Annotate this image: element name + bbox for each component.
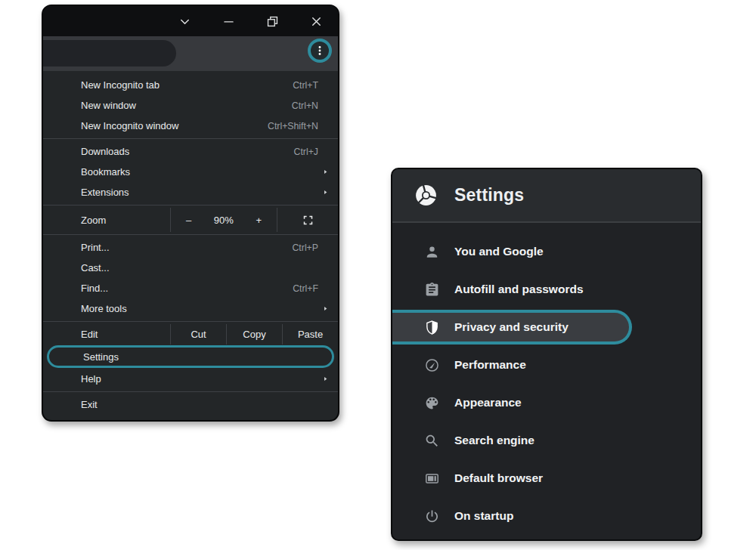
browser-toolbar xyxy=(43,36,338,71)
menu-item-label: New Incognito tab xyxy=(81,79,160,91)
menu-item-label: Downloads xyxy=(81,146,129,157)
sidebar-item-label: Appearance xyxy=(454,396,522,409)
menu-item-label: Print... xyxy=(81,242,110,253)
palette-icon xyxy=(424,395,440,411)
menu-item-label: New Incognito window xyxy=(81,120,178,131)
sidebar-item-search-engine[interactable]: Search engine xyxy=(392,422,701,459)
menu-item-label: Exit xyxy=(81,399,98,410)
shortcut-label: Ctrl+J xyxy=(294,147,318,157)
menu-item-label: Cast... xyxy=(81,262,110,273)
menu-item-new-incognito-tab[interactable]: New Incognito tabCtrl+T xyxy=(43,75,338,95)
zoom-in-button[interactable]: + xyxy=(256,215,262,226)
sidebar-item-privacy-and-security[interactable]: Privacy and security xyxy=(392,310,632,345)
menu-item-label: More tools xyxy=(81,303,127,314)
window-titlebar xyxy=(43,6,338,36)
chevron-down-icon xyxy=(178,14,192,29)
menu-item-edit: EditCutCopyPaste xyxy=(43,324,338,345)
speedometer-icon xyxy=(424,357,440,373)
kebab-menu-icon xyxy=(313,44,327,57)
menu-item-label: Bookmarks xyxy=(81,166,130,178)
menu-item-zoom: Zoom–90%+ xyxy=(43,208,338,232)
chrome-logo-icon xyxy=(414,183,438,208)
close-icon xyxy=(309,14,324,29)
menu-item-label: New window xyxy=(81,100,136,111)
menu-item-find[interactable]: Find...Ctrl+F xyxy=(43,278,338,298)
page-title: Settings xyxy=(454,185,524,205)
menu-group: EditCutCopyPasteSettingsHelp xyxy=(43,322,338,391)
sidebar-item-label: Search engine xyxy=(454,434,534,447)
shield-icon xyxy=(424,320,440,335)
browser-window-icon xyxy=(424,471,440,487)
menu-group: Exit xyxy=(43,392,338,417)
menu-item-label: Settings xyxy=(83,351,119,363)
sidebar-item-label: Privacy and security xyxy=(454,320,569,334)
menu-item-cast[interactable]: Cast... xyxy=(43,258,338,278)
paste-button[interactable]: Paste xyxy=(282,324,338,345)
menu-item-exit[interactable]: Exit xyxy=(43,394,338,415)
sidebar-item-autofill-and-passwords[interactable]: Autofill and passwords xyxy=(392,270,701,308)
menu-group: Print...Ctrl+PCast...Find...Ctrl+FMore t… xyxy=(43,235,338,321)
tab-search-button[interactable] xyxy=(163,6,206,36)
sidebar-item-label: Autofill and passwords xyxy=(454,283,584,296)
browser-dropdown-menu: New Incognito tabCtrl+TNew windowCtrl+NN… xyxy=(43,71,338,419)
submenu-arrow-icon xyxy=(322,189,329,196)
zoom-label: Zoom xyxy=(43,208,170,232)
sidebar-item-performance[interactable]: Performance xyxy=(392,346,701,384)
sidebar-item-on-startup[interactable]: On startup xyxy=(392,497,701,535)
settings-panel: Settings You and GoogleAutofill and pass… xyxy=(391,168,702,541)
submenu-arrow-icon xyxy=(322,375,329,382)
menu-item-print[interactable]: Print...Ctrl+P xyxy=(43,237,338,258)
menu-item-more-tools[interactable]: More tools xyxy=(43,298,338,319)
sidebar-item-appearance[interactable]: Appearance xyxy=(392,384,701,422)
menu-group: DownloadsCtrl+JBookmarksExtensions xyxy=(43,139,338,205)
more-menu-button[interactable] xyxy=(308,39,332,63)
menu-item-downloads[interactable]: DownloadsCtrl+J xyxy=(43,141,338,162)
cut-button[interactable]: Cut xyxy=(170,324,226,345)
submenu-arrow-icon xyxy=(322,305,329,312)
minimize-icon xyxy=(222,14,236,29)
clipboard-icon xyxy=(424,282,440,298)
menu-item-label: Help xyxy=(81,373,101,385)
address-bar[interactable] xyxy=(43,40,176,66)
copy-button[interactable]: Copy xyxy=(226,324,282,345)
shortcut-label: Ctrl+F xyxy=(293,283,318,294)
menu-item-new-incognito-window[interactable]: New Incognito windowCtrl+Shift+N xyxy=(43,116,338,136)
settings-nav: You and GoogleAutofill and passwordsPriv… xyxy=(392,223,701,535)
minimize-button[interactable] xyxy=(206,6,250,36)
menu-item-bookmarks[interactable]: Bookmarks xyxy=(43,162,338,182)
browser-menu-window: New Incognito tabCtrl+TNew windowCtrl+NN… xyxy=(42,5,339,422)
edit-label: Edit xyxy=(43,324,170,345)
submenu-arrow-icon xyxy=(322,168,329,175)
shortcut-label: Ctrl+N xyxy=(292,100,318,111)
menu-group: New Incognito tabCtrl+TNew windowCtrl+NN… xyxy=(43,73,338,138)
menu-group: Zoom–90%+ xyxy=(43,205,338,234)
menu-item-new-window[interactable]: New windowCtrl+N xyxy=(43,95,338,116)
search-icon xyxy=(424,433,440,449)
sidebar-item-label: Default browser xyxy=(454,471,543,485)
person-icon xyxy=(424,244,440,260)
sidebar-item-label: You and Google xyxy=(454,245,544,258)
power-icon xyxy=(424,508,440,524)
zoom-level: 90% xyxy=(214,215,234,226)
shortcut-label: Ctrl+P xyxy=(292,243,318,253)
menu-item-label: Find... xyxy=(81,283,108,294)
shortcut-label: Ctrl+Shift+N xyxy=(268,121,318,131)
sidebar-item-default-browser[interactable]: Default browser xyxy=(392,459,701,497)
fullscreen-button[interactable] xyxy=(277,208,338,232)
zoom-controls: –90%+ xyxy=(170,208,277,232)
restore-icon xyxy=(265,14,280,29)
menu-item-settings[interactable]: Settings xyxy=(47,345,334,368)
menu-item-help[interactable]: Help xyxy=(43,369,338,389)
shortcut-label: Ctrl+T xyxy=(293,80,318,91)
sidebar-item-you-and-google[interactable]: You and Google xyxy=(392,233,701,270)
restore-button[interactable] xyxy=(250,6,294,36)
close-button[interactable] xyxy=(294,6,338,36)
menu-item-extensions[interactable]: Extensions xyxy=(43,182,338,202)
zoom-out-button[interactable]: – xyxy=(186,215,191,226)
tutorial-canvas: New Incognito tabCtrl+TNew windowCtrl+NN… xyxy=(0,0,756,550)
menu-item-label: Extensions xyxy=(81,187,129,198)
fullscreen-icon xyxy=(302,215,314,226)
sidebar-item-label: On startup xyxy=(454,509,513,523)
settings-header: Settings xyxy=(392,169,701,223)
sidebar-item-label: Performance xyxy=(454,358,526,372)
